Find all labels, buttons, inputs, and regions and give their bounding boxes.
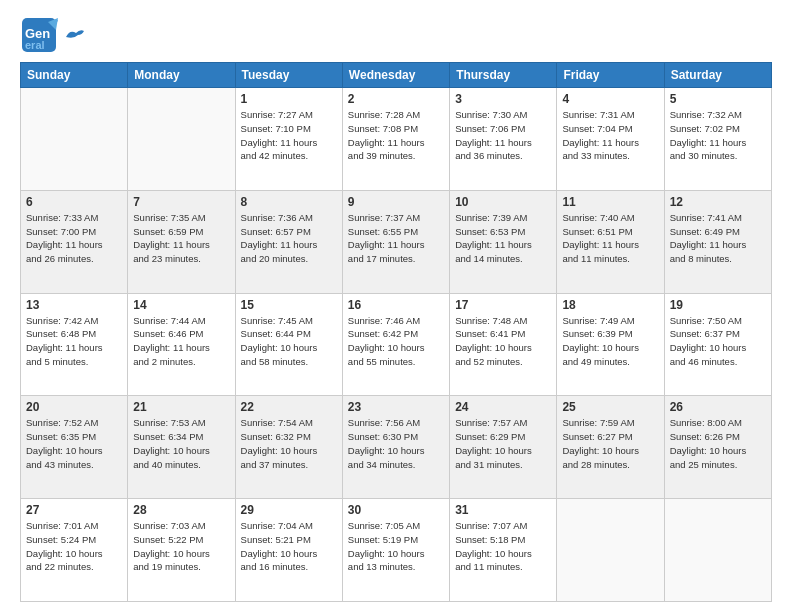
day-info: Sunrise: 7:46 AMSunset: 6:42 PMDaylight:…	[348, 314, 444, 369]
calendar-cell: 10Sunrise: 7:39 AMSunset: 6:53 PMDayligh…	[450, 190, 557, 293]
day-info: Sunrise: 7:48 AMSunset: 6:41 PMDaylight:…	[455, 314, 551, 369]
day-number: 6	[26, 195, 122, 209]
calendar-cell	[557, 499, 664, 602]
day-info: Sunrise: 7:57 AMSunset: 6:29 PMDaylight:…	[455, 416, 551, 471]
calendar-cell: 16Sunrise: 7:46 AMSunset: 6:42 PMDayligh…	[342, 293, 449, 396]
day-number: 30	[348, 503, 444, 517]
day-number: 21	[133, 400, 229, 414]
day-number: 5	[670, 92, 766, 106]
calendar-cell: 8Sunrise: 7:36 AMSunset: 6:57 PMDaylight…	[235, 190, 342, 293]
day-info: Sunrise: 7:32 AMSunset: 7:02 PMDaylight:…	[670, 108, 766, 163]
calendar-cell: 20Sunrise: 7:52 AMSunset: 6:35 PMDayligh…	[21, 396, 128, 499]
day-number: 24	[455, 400, 551, 414]
day-number: 27	[26, 503, 122, 517]
weekday-header-wednesday: Wednesday	[342, 63, 449, 88]
day-info: Sunrise: 7:42 AMSunset: 6:48 PMDaylight:…	[26, 314, 122, 369]
calendar-cell	[128, 88, 235, 191]
day-info: Sunrise: 7:59 AMSunset: 6:27 PMDaylight:…	[562, 416, 658, 471]
day-info: Sunrise: 7:05 AMSunset: 5:19 PMDaylight:…	[348, 519, 444, 574]
calendar-row-4: 27Sunrise: 7:01 AMSunset: 5:24 PMDayligh…	[21, 499, 772, 602]
calendar-cell: 6Sunrise: 7:33 AMSunset: 7:00 PMDaylight…	[21, 190, 128, 293]
calendar-cell: 19Sunrise: 7:50 AMSunset: 6:37 PMDayligh…	[664, 293, 771, 396]
calendar-table: SundayMondayTuesdayWednesdayThursdayFrid…	[20, 62, 772, 602]
calendar-cell: 30Sunrise: 7:05 AMSunset: 5:19 PMDayligh…	[342, 499, 449, 602]
day-number: 1	[241, 92, 337, 106]
weekday-header-tuesday: Tuesday	[235, 63, 342, 88]
calendar-cell: 21Sunrise: 7:53 AMSunset: 6:34 PMDayligh…	[128, 396, 235, 499]
calendar-row-2: 13Sunrise: 7:42 AMSunset: 6:48 PMDayligh…	[21, 293, 772, 396]
day-info: Sunrise: 7:01 AMSunset: 5:24 PMDaylight:…	[26, 519, 122, 574]
day-info: Sunrise: 7:07 AMSunset: 5:18 PMDaylight:…	[455, 519, 551, 574]
day-number: 23	[348, 400, 444, 414]
calendar-cell: 18Sunrise: 7:49 AMSunset: 6:39 PMDayligh…	[557, 293, 664, 396]
day-number: 14	[133, 298, 229, 312]
day-number: 11	[562, 195, 658, 209]
day-info: Sunrise: 7:56 AMSunset: 6:30 PMDaylight:…	[348, 416, 444, 471]
weekday-header-thursday: Thursday	[450, 63, 557, 88]
day-number: 29	[241, 503, 337, 517]
weekday-header-sunday: Sunday	[21, 63, 128, 88]
calendar-cell: 25Sunrise: 7:59 AMSunset: 6:27 PMDayligh…	[557, 396, 664, 499]
calendar-cell	[664, 499, 771, 602]
day-info: Sunrise: 7:36 AMSunset: 6:57 PMDaylight:…	[241, 211, 337, 266]
calendar-cell: 22Sunrise: 7:54 AMSunset: 6:32 PMDayligh…	[235, 396, 342, 499]
day-info: Sunrise: 7:44 AMSunset: 6:46 PMDaylight:…	[133, 314, 229, 369]
day-number: 25	[562, 400, 658, 414]
calendar-cell: 7Sunrise: 7:35 AMSunset: 6:59 PMDaylight…	[128, 190, 235, 293]
day-number: 22	[241, 400, 337, 414]
day-info: Sunrise: 7:41 AMSunset: 6:49 PMDaylight:…	[670, 211, 766, 266]
day-number: 17	[455, 298, 551, 312]
calendar-cell: 31Sunrise: 7:07 AMSunset: 5:18 PMDayligh…	[450, 499, 557, 602]
day-number: 7	[133, 195, 229, 209]
calendar-cell: 9Sunrise: 7:37 AMSunset: 6:55 PMDaylight…	[342, 190, 449, 293]
day-number: 10	[455, 195, 551, 209]
calendar-cell: 27Sunrise: 7:01 AMSunset: 5:24 PMDayligh…	[21, 499, 128, 602]
day-number: 16	[348, 298, 444, 312]
calendar-cell: 23Sunrise: 7:56 AMSunset: 6:30 PMDayligh…	[342, 396, 449, 499]
calendar-cell: 5Sunrise: 7:32 AMSunset: 7:02 PMDaylight…	[664, 88, 771, 191]
logo: Gen eral	[20, 16, 86, 54]
calendar-cell: 1Sunrise: 7:27 AMSunset: 7:10 PMDaylight…	[235, 88, 342, 191]
day-number: 13	[26, 298, 122, 312]
day-info: Sunrise: 7:30 AMSunset: 7:06 PMDaylight:…	[455, 108, 551, 163]
calendar-header-row: SundayMondayTuesdayWednesdayThursdayFrid…	[21, 63, 772, 88]
calendar-cell: 11Sunrise: 7:40 AMSunset: 6:51 PMDayligh…	[557, 190, 664, 293]
weekday-header-monday: Monday	[128, 63, 235, 88]
calendar-cell	[21, 88, 128, 191]
calendar-row-3: 20Sunrise: 7:52 AMSunset: 6:35 PMDayligh…	[21, 396, 772, 499]
header: Gen eral	[20, 16, 772, 54]
day-info: Sunrise: 7:54 AMSunset: 6:32 PMDaylight:…	[241, 416, 337, 471]
day-info: Sunrise: 7:39 AMSunset: 6:53 PMDaylight:…	[455, 211, 551, 266]
day-info: Sunrise: 7:33 AMSunset: 7:00 PMDaylight:…	[26, 211, 122, 266]
calendar-cell: 2Sunrise: 7:28 AMSunset: 7:08 PMDaylight…	[342, 88, 449, 191]
day-info: Sunrise: 7:04 AMSunset: 5:21 PMDaylight:…	[241, 519, 337, 574]
day-number: 19	[670, 298, 766, 312]
day-number: 12	[670, 195, 766, 209]
calendar-cell: 13Sunrise: 7:42 AMSunset: 6:48 PMDayligh…	[21, 293, 128, 396]
calendar-cell: 14Sunrise: 7:44 AMSunset: 6:46 PMDayligh…	[128, 293, 235, 396]
weekday-header-saturday: Saturday	[664, 63, 771, 88]
day-number: 9	[348, 195, 444, 209]
calendar-row-0: 1Sunrise: 7:27 AMSunset: 7:10 PMDaylight…	[21, 88, 772, 191]
day-number: 8	[241, 195, 337, 209]
day-info: Sunrise: 7:27 AMSunset: 7:10 PMDaylight:…	[241, 108, 337, 163]
day-number: 2	[348, 92, 444, 106]
day-info: Sunrise: 7:53 AMSunset: 6:34 PMDaylight:…	[133, 416, 229, 471]
day-info: Sunrise: 7:49 AMSunset: 6:39 PMDaylight:…	[562, 314, 658, 369]
logo-bird-icon	[64, 27, 86, 43]
day-info: Sunrise: 7:28 AMSunset: 7:08 PMDaylight:…	[348, 108, 444, 163]
day-number: 28	[133, 503, 229, 517]
calendar-cell: 4Sunrise: 7:31 AMSunset: 7:04 PMDaylight…	[557, 88, 664, 191]
calendar-cell: 17Sunrise: 7:48 AMSunset: 6:41 PMDayligh…	[450, 293, 557, 396]
day-number: 4	[562, 92, 658, 106]
day-number: 26	[670, 400, 766, 414]
calendar-cell: 12Sunrise: 7:41 AMSunset: 6:49 PMDayligh…	[664, 190, 771, 293]
day-info: Sunrise: 7:31 AMSunset: 7:04 PMDaylight:…	[562, 108, 658, 163]
weekday-header-friday: Friday	[557, 63, 664, 88]
calendar-cell: 3Sunrise: 7:30 AMSunset: 7:06 PMDaylight…	[450, 88, 557, 191]
day-number: 15	[241, 298, 337, 312]
day-info: Sunrise: 7:45 AMSunset: 6:44 PMDaylight:…	[241, 314, 337, 369]
day-info: Sunrise: 7:40 AMSunset: 6:51 PMDaylight:…	[562, 211, 658, 266]
svg-text:eral: eral	[25, 39, 45, 51]
day-info: Sunrise: 7:52 AMSunset: 6:35 PMDaylight:…	[26, 416, 122, 471]
